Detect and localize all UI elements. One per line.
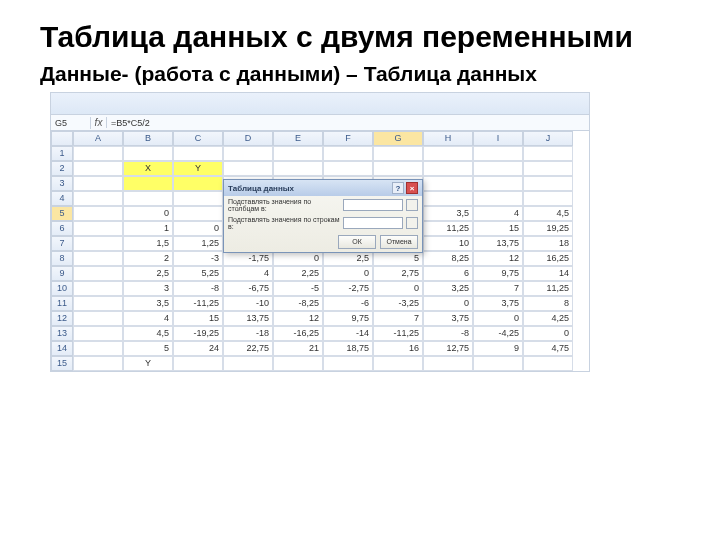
close-icon[interactable]: × [406,182,418,194]
cell[interactable] [173,206,223,221]
cell[interactable] [223,161,273,176]
col-header-B[interactable]: B [123,131,173,146]
cell[interactable]: -1,75 [223,251,273,266]
row-header-14[interactable]: 14 [51,341,73,356]
row-header-5[interactable]: 5 [51,206,73,221]
cell[interactable] [323,356,373,371]
cell[interactable]: 4 [223,266,273,281]
cell[interactable] [173,191,223,206]
cell[interactable] [423,191,473,206]
row-header-10[interactable]: 10 [51,281,73,296]
cell[interactable] [173,146,223,161]
cell[interactable]: 19,25 [523,221,573,236]
cell[interactable]: 5 [373,251,423,266]
cell[interactable]: -14 [323,326,373,341]
cell[interactable]: 2,5 [323,251,373,266]
cell[interactable]: 2,75 [373,266,423,281]
col-header-D[interactable]: D [223,131,273,146]
cell[interactable]: 3,25 [423,281,473,296]
row-header-7[interactable]: 7 [51,236,73,251]
cell[interactable]: 12 [273,311,323,326]
cell[interactable] [123,146,173,161]
cell[interactable] [273,161,323,176]
cell[interactable] [223,146,273,161]
cell[interactable]: 0 [523,326,573,341]
cell[interactable]: 21 [273,341,323,356]
cell[interactable] [123,176,173,191]
cell[interactable] [373,146,423,161]
cell[interactable]: 4,5 [523,206,573,221]
cell[interactable]: 4 [123,311,173,326]
cell[interactable]: 0 [273,251,323,266]
cell[interactable]: -3 [173,251,223,266]
cell[interactable]: -11,25 [373,326,423,341]
cell[interactable]: 9 [473,341,523,356]
cell[interactable]: 5,25 [173,266,223,281]
cell[interactable] [73,251,123,266]
col-header-I[interactable]: I [473,131,523,146]
help-icon[interactable]: ? [392,182,404,194]
name-box[interactable]: G5 [51,117,91,129]
cell[interactable] [423,161,473,176]
row-header-6[interactable]: 6 [51,221,73,236]
fx-icon[interactable]: fx [91,117,107,128]
cell[interactable]: -19,25 [173,326,223,341]
cell[interactable]: 16 [373,341,423,356]
col-header-E[interactable]: E [273,131,323,146]
cell[interactable] [73,281,123,296]
col-header-C[interactable]: C [173,131,223,146]
cell[interactable]: 1 [123,221,173,236]
cell[interactable]: -8,25 [273,296,323,311]
col-header-F[interactable]: F [323,131,373,146]
cell[interactable] [73,341,123,356]
cell[interactable]: 13,75 [223,311,273,326]
row-header-8[interactable]: 8 [51,251,73,266]
spreadsheet-grid[interactable]: ABCDEFGHIJ12XY345033,544,5610811,251519,… [51,131,589,371]
cell[interactable] [373,161,423,176]
cell[interactable]: 0 [323,266,373,281]
cell[interactable]: 9,75 [473,266,523,281]
cell[interactable] [423,146,473,161]
cell[interactable] [273,356,323,371]
cell[interactable] [73,191,123,206]
cell[interactable]: -2,75 [323,281,373,296]
cell[interactable] [523,161,573,176]
col-header-H[interactable]: H [423,131,473,146]
cell[interactable]: 4,5 [123,326,173,341]
formula-input[interactable]: =B5*C5/2 [107,117,589,129]
cell[interactable] [73,206,123,221]
row-header-1[interactable]: 1 [51,146,73,161]
row-input-field[interactable] [343,199,403,211]
cell[interactable]: 18,75 [323,341,373,356]
row-header-12[interactable]: 12 [51,311,73,326]
ref-picker-icon[interactable] [406,217,418,229]
row-header-3[interactable]: 3 [51,176,73,191]
cell[interactable]: -5 [273,281,323,296]
cell[interactable]: 4,75 [523,341,573,356]
cell[interactable]: 15 [473,221,523,236]
cell[interactable]: 2,5 [123,266,173,281]
cell[interactable]: 0 [473,311,523,326]
cell[interactable]: 3 [123,281,173,296]
ref-picker-icon[interactable] [406,199,418,211]
cell[interactable]: -16,25 [273,326,323,341]
cell[interactable] [423,356,473,371]
row-header-13[interactable]: 13 [51,326,73,341]
cell[interactable]: 24 [173,341,223,356]
col-input-field[interactable] [343,217,403,229]
cell[interactable]: 4,25 [523,311,573,326]
cell[interactable]: 18 [523,236,573,251]
cell[interactable]: -6 [323,296,373,311]
cell[interactable]: 10 [423,236,473,251]
cell[interactable]: -11,25 [173,296,223,311]
cell[interactable]: 3,5 [423,206,473,221]
row-header-15[interactable]: 15 [51,356,73,371]
cell[interactable]: 3,75 [473,296,523,311]
cancel-button[interactable]: Отмена [380,235,418,249]
cell[interactable]: 12,75 [423,341,473,356]
cell[interactable] [323,161,373,176]
cell[interactable] [173,176,223,191]
cell[interactable] [473,191,523,206]
cell[interactable]: -8 [423,326,473,341]
cell[interactable] [73,356,123,371]
